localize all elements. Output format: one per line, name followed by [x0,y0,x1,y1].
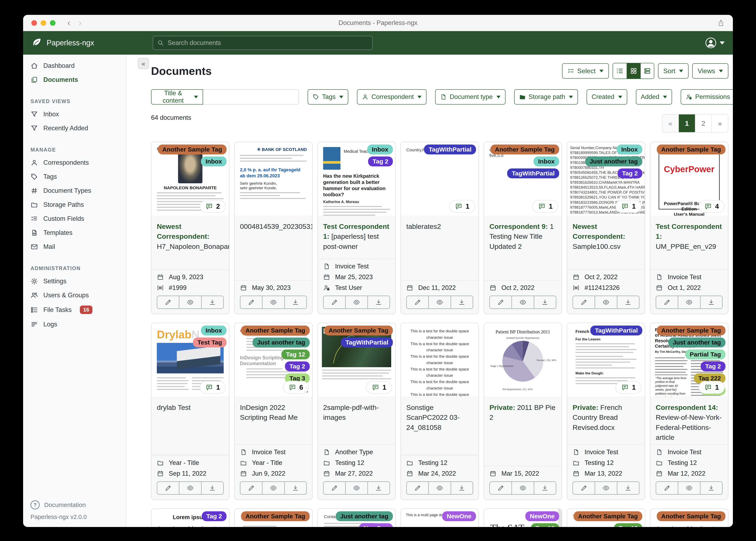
document-preview[interactable]: Boundary Waters TripAnother Sample TagTa… [318,323,395,397]
document-preview[interactable]: Lorem ipsumLorem ipsum dolor sit amet, c… [650,509,728,527]
tag-pill[interactable]: Tag 2 [285,361,310,371]
document-title[interactable]: tablerates2 [401,216,478,280]
view-document-button[interactable] [595,481,617,495]
document-preview[interactable]: Lorem ipsumLorem ipsum dolor sit amet, c… [151,509,229,527]
document-preview[interactable]: Country,Region/State,"TagWithPartial1 [401,142,478,216]
document-title[interactable]: Correspondent 9: 1 Testing New Title Upd… [484,216,562,280]
tag-pill[interactable]: Just another tag [253,337,310,347]
document-card[interactable]: Francja pod rNAPOLEON BONAPARTEAnother S… [151,142,229,314]
view-document-button[interactable] [678,481,700,495]
page-2[interactable]: 2 [695,114,712,132]
share-icon[interactable] [717,19,725,27]
tag-pill[interactable]: Another Sample Tag [574,511,642,521]
document-preview[interactable]: Contact Sheet DemoJust another tagNewOne [318,509,395,527]
sidebar-item-custom-fields[interactable]: Custom Fields [23,212,126,226]
view-document-button[interactable] [346,296,368,309]
correspondent-link[interactable]: Correspondent 14: [656,403,718,411]
document-title[interactable]: Sonstige ScanPC2022 03-24_081058 [401,397,478,455]
detail-view-button[interactable] [640,63,654,79]
search-input[interactable] [167,39,368,47]
edit-document-button[interactable] [573,481,595,495]
filter-tags-button[interactable]: Tags [308,89,348,105]
document-card[interactable]: This is a testAnother Sample TagTag 12 [567,508,645,527]
document-title[interactable]: 0004814539_20230531 [235,216,312,280]
filter-correspondent-button[interactable]: Correspondent [357,89,426,105]
document-preview[interactable]: one,1.0five,5.0Another Sample TagInboxTa… [484,142,562,216]
correspondent-link[interactable]: Test Correspondent 1: [656,223,722,240]
download-document-button[interactable] [534,296,556,309]
tag-pill[interactable]: Just another tag [585,157,642,166]
tag-pill[interactable]: Tag 2 [618,169,642,178]
view-document-button[interactable] [179,296,201,309]
document-title[interactable]: Test Correspondent 1: [paperless] test p… [318,216,395,259]
edit-document-button[interactable] [489,296,512,309]
global-search[interactable] [153,36,373,50]
tag-pill[interactable]: Inbox [534,157,559,166]
tag-pill[interactable]: Just another tag [668,337,725,347]
tag-pill[interactable]: Another Sample Tag [657,325,725,335]
view-document-button[interactable] [429,296,451,309]
filter-added-button[interactable]: Added [636,89,672,105]
view-document-button[interactable] [512,481,534,495]
page-1[interactable]: 1 [679,114,695,132]
app-brand[interactable]: Paperless-ngx [31,38,94,48]
document-preview[interactable]: Test NameAnother Sample Tag [235,509,312,527]
document-card[interactable]: Medical TeacherHas the new Kirkpatrick g… [317,142,396,314]
sidebar-item-mail[interactable]: Mail [23,240,126,254]
document-title[interactable]: InDesign 2022 Scripting Read Me [235,397,312,444]
tag-pill[interactable]: Another Sample Tag [490,145,559,155]
edit-document-button[interactable] [240,296,262,309]
tag-pill[interactable]: Another Sample Tag [241,325,310,335]
correspondent-link[interactable]: Private: [489,403,515,411]
document-card[interactable]: Boundary Waters TripAnother Sample TagTa… [317,323,396,500]
sidebar-item-correspondents[interactable]: Correspondents [23,156,126,170]
document-card[interactable]: CyberPowerPowerPanel® Business EditionUs… [650,142,728,314]
document-preview[interactable]: This is a testAnother Sample TagTag 12 [567,509,645,527]
document-title[interactable]: drylab Test [151,397,229,455]
document-card[interactable]: Serial Number,Company Name,Employe978818… [567,142,645,314]
download-document-button[interactable] [202,481,224,495]
tag-pill[interactable]: TagWithPartial [341,337,393,347]
sidebar-item-templates[interactable]: Templates [23,226,126,240]
document-card[interactable]: ✳ BANK OF SCOTLAND2,0 % p. a. auf Ihr Ta… [234,142,313,314]
notes-badge[interactable]: 1 [615,200,641,213]
document-preview[interactable]: CyberPowerPowerPanel® Business EditionUs… [650,142,728,216]
close-window-button[interactable] [31,20,37,26]
download-document-button[interactable] [368,481,390,495]
document-title[interactable]: 2sample-pdf-with-images [318,397,395,444]
tag-pill[interactable]: Test Tag [193,337,227,347]
tag-pill[interactable]: Tag 2 [701,361,725,371]
edit-document-button[interactable] [157,481,179,495]
tag-pill[interactable]: NewOne [525,511,559,521]
document-preview[interactable]: Review ofof Arbitral Awards shows swift … [650,323,728,397]
tag-pill[interactable]: Another Sample Tag [657,511,725,521]
select-dropdown-button[interactable]: Select [562,63,609,79]
tag-pill[interactable]: Tag 12 [281,349,310,359]
document-preview[interactable]: Francja pod rNAPOLEON BONAPARTEAnother S… [151,142,229,216]
document-card[interactable]: Lorem ipsumLorem ipsum dolor sit amet, c… [650,508,728,527]
tag-pill[interactable]: Partial Tag [685,349,725,359]
download-document-button[interactable] [700,481,723,495]
document-title[interactable]: Newest Correspondent: Sample100.csv [567,216,645,269]
notes-badge[interactable]: 1 [615,381,641,394]
edit-document-button[interactable] [323,296,346,309]
grid-view-button[interactable] [627,63,640,79]
notes-badge[interactable]: 6 [283,381,309,394]
document-title[interactable]: Test Correspondent 1: UM_PPBE_en_v29 [650,216,728,269]
browser-forward-icon[interactable]: › [79,19,82,27]
correspondent-link[interactable]: Newest Correspondent: [157,223,209,240]
view-document-button[interactable] [595,296,617,309]
document-title[interactable]: Private: French Country Bread Revised.do… [567,397,645,444]
user-menu[interactable] [705,37,725,49]
notes-badge[interactable]: 1 [200,381,226,394]
title-content-input[interactable] [203,89,299,105]
sidebar-collapse-button[interactable]: « [138,58,149,69]
view-document-button[interactable] [429,481,451,495]
notes-badge[interactable]: 1 [532,200,558,213]
page-»[interactable]: » [712,114,728,132]
sidebar-item-logs[interactable]: Logs [23,317,126,331]
tag-pill[interactable]: Tag 2 [202,511,227,521]
view-document-button[interactable] [512,296,534,309]
edit-document-button[interactable] [323,481,346,495]
download-document-button[interactable] [617,296,639,309]
